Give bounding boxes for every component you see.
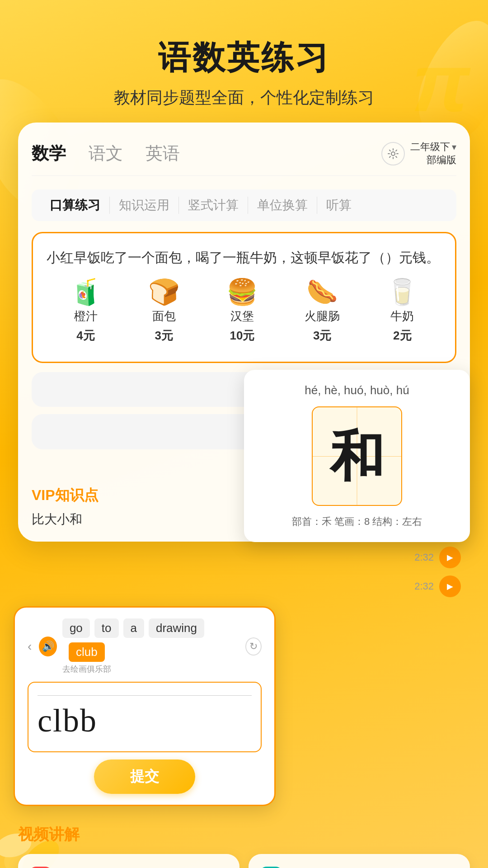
food-oj-price: 4元 <box>76 328 94 344</box>
food-milk-name: 牛奶 <box>390 308 414 324</box>
settings-icon[interactable] <box>381 142 405 165</box>
play-btn-1[interactable]: ▶ <box>439 547 461 568</box>
video-lecture-row: 视频讲解 <box>18 824 470 845</box>
food-item-burger: 🍔 汉堡 10元 <box>226 279 258 344</box>
page-title: 语数英练习 <box>0 36 488 80</box>
play-btn-2[interactable]: ▶ <box>439 576 461 597</box>
word-chip-club-wrapper: club 去绘画俱乐部 <box>62 642 111 675</box>
food-bread-name: 面包 <box>152 308 176 324</box>
time-label-2: 2:32 <box>414 580 434 592</box>
dropdown-arrow-icon: ▾ <box>452 141 456 153</box>
grade-label: 二年级下 <box>410 141 450 154</box>
word-chip-go[interactable]: go <box>62 618 90 638</box>
food-sausage-price: 3元 <box>313 328 331 344</box>
food-milk-price: 2元 <box>393 328 411 344</box>
food-bread-emoji: 🍞 <box>148 279 180 305</box>
word-chip-a[interactable]: a <box>123 618 144 638</box>
food-burger-price: 10元 <box>230 328 255 344</box>
speaker-icon[interactable]: 🔊 <box>39 637 57 656</box>
time-label-1: 2:32 <box>414 552 434 563</box>
food-oj-name: 橙汁 <box>74 308 98 324</box>
mistakes-icon: m <box>29 867 52 868</box>
submit-button[interactable]: 提交 <box>94 760 195 794</box>
food-items: 🧃 橙汁 4元 🍞 面包 3元 🍔 汉堡 10元 🌭 火腿肠 3元 🥛 <box>47 279 441 344</box>
food-bread-price: 3元 <box>155 328 173 344</box>
subtab-bar: 口算练习 知识运用 竖式计算 单位换算 听算 <box>32 189 456 221</box>
page-subtitle: 教材同步题型全面，个性化定制练习 <box>0 87 488 109</box>
english-answer-box[interactable]: clbb <box>28 682 262 752</box>
bottom-cards-row: m 易错题精讲 理清问题避免踩坑 ∞ 数学思维 突破小学难点题型 <box>18 854 470 868</box>
submit-btn-area: 提交 <box>28 760 262 794</box>
edition-label: 部编版 <box>427 154 456 167</box>
subtab-listen-calc[interactable]: 听算 <box>317 197 361 214</box>
play-row-2: 2:32 ▶ <box>414 576 461 597</box>
answer-line-top <box>38 693 252 696</box>
food-burger-emoji: 🍔 <box>226 279 258 305</box>
back-icon[interactable]: ‹ <box>28 639 32 654</box>
word-chip-to[interactable]: to <box>94 618 119 638</box>
word-chip-drawing[interactable]: drawing <box>149 618 204 638</box>
typed-answer: clbb <box>38 701 252 740</box>
chinese-char-card: hé, hè, huó, huò, hú 和 部首：禾 笔画：8 结构：左右 <box>244 370 470 542</box>
tab-bar-right: 二年级下 ▾ 部编版 <box>381 141 456 166</box>
header: 语数英练习 教材同步题型全面，个性化定制练习 <box>0 0 488 123</box>
subtab-knowledge[interactable]: 知识运用 <box>110 197 179 214</box>
food-milk-emoji: 🥛 <box>386 279 418 305</box>
bottom-card-mistakes: m 易错题精讲 理清问题避免踩坑 <box>18 854 239 868</box>
subtab-oral-calc[interactable]: 口算练习 <box>41 197 110 214</box>
problem-text: 小红早饭吃了一个面包，喝了一瓶牛奶，这顿早饭花了（）元钱。 <box>47 247 441 269</box>
food-sausage-emoji: 🌭 <box>306 279 338 305</box>
word-chips-row: go to a drawing club 去绘画俱乐部 <box>62 618 238 675</box>
tab-bar: 数学 语文 英语 二年级下 ▾ 部编版 <box>32 141 456 176</box>
hint-label: 去绘画俱乐部 <box>62 664 111 675</box>
play-row-1: 2:32 ▶ <box>414 547 461 568</box>
char-info: 部首：禾 笔画：8 结构：左右 <box>258 515 456 528</box>
tab-math[interactable]: 数学 <box>32 142 66 165</box>
word-chip-club[interactable]: club <box>69 642 105 662</box>
tab-chinese[interactable]: 语文 <box>89 142 123 165</box>
food-item-sausage: 🌭 火腿肠 3元 <box>305 279 340 344</box>
tab-english[interactable]: 英语 <box>145 142 180 165</box>
problem-card: 小红早饭吃了一个面包，喝了一瓶牛奶，这顿早饭花了（）元钱。 🧃 橙汁 4元 🍞 … <box>32 232 456 363</box>
subtab-vertical-calc[interactable]: 竖式计算 <box>179 197 248 214</box>
grade-selector[interactable]: 二年级下 ▾ 部编版 <box>410 141 456 166</box>
food-item-oj: 🧃 橙汁 4元 <box>70 279 102 344</box>
food-sausage-name: 火腿肠 <box>305 308 340 324</box>
subtab-unit-convert[interactable]: 单位换算 <box>248 197 317 214</box>
pinyin-row: hé, hè, huó, huò, hú <box>258 383 456 397</box>
food-oj-emoji: 🧃 <box>70 279 102 305</box>
chinese-char: 和 <box>330 429 384 483</box>
food-item-bread: 🍞 面包 3元 <box>148 279 180 344</box>
char-box: 和 <box>312 406 402 506</box>
bottom-card-math-thinking: ∞ 数学思维 突破小学难点题型 <box>249 854 470 868</box>
math-thinking-icon: ∞ <box>259 867 283 868</box>
svg-point-0 <box>391 152 395 156</box>
english-exercise-card: ‹ 🔊 go to a drawing club 去绘画俱乐部 ↻ clbb 提… <box>14 606 276 806</box>
video-lecture-label: 视频讲解 <box>18 824 80 845</box>
food-item-milk: 🥛 牛奶 2元 <box>386 279 418 344</box>
food-burger-name: 汉堡 <box>230 308 254 324</box>
refresh-icon[interactable]: ↻ <box>245 637 262 656</box>
